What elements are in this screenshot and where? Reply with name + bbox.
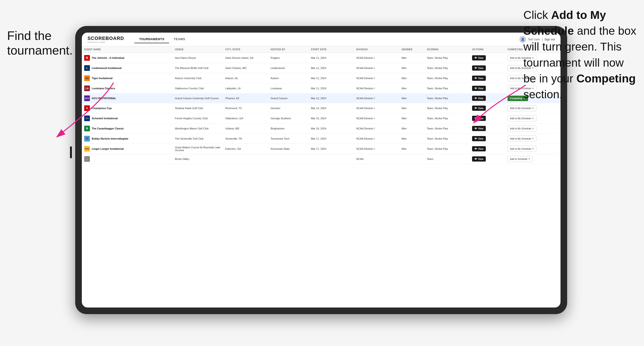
table-row: H Champions Cup Shadow Hawk Golf ClubRic… <box>82 103 560 113</box>
gender-cell: Men <box>399 113 424 124</box>
start-date-cell <box>309 154 354 164</box>
table-row: GCU GCU INVITATIONAL Grand Canyon Univer… <box>82 94 560 103</box>
scoring-cell: Team, Stroke Play <box>424 73 470 83</box>
event-name-text: Louisiana Classics <box>92 87 115 90</box>
annotation-right: Click Add to My Schedule and the box wil… <box>524 7 637 102</box>
table-row: AU Tiger Invitational Auburn University … <box>82 73 560 83</box>
nav-tab-teams[interactable]: TEAMS <box>169 35 190 43</box>
actions-cell: 👁View <box>470 124 505 134</box>
venue-cell: Shadow Hawk Golf Club <box>173 103 223 113</box>
add-schedule-label: Add to My Schedule <box>510 117 532 120</box>
view-button[interactable]: 👁View <box>472 96 486 101</box>
add-schedule-label: Add to My Schedule <box>510 148 532 150</box>
event-name-cell: KSU Linger Longer Invitational <box>84 146 170 152</box>
plus-icon: + <box>532 107 534 110</box>
table-row: B The Carpetbagger Classic Worthington M… <box>82 124 560 134</box>
school-logo: KSU <box>84 146 90 152</box>
plus-icon: + <box>532 117 534 120</box>
city-cell: Sevierville, TN <box>223 134 268 144</box>
division-cell: NCAA Division I <box>354 73 399 83</box>
view-button[interactable]: 👁View <box>472 136 486 141</box>
main-nav: TOURNAMENTS TEAMS <box>134 35 190 43</box>
col-scoring: SCORING <box>424 46 470 53</box>
add-schedule-label: Add to Schedule <box>510 158 528 160</box>
event-name-text: Bobby Nichols Intercollegiate <box>92 137 128 140</box>
hosted-by-cell: Grand Canyon <box>268 94 308 103</box>
competing-cell: Add to My Schedule+ <box>505 144 560 154</box>
eye-icon: 👁 <box>474 107 477 110</box>
hosted-by-cell: Louisiana <box>268 83 308 94</box>
add-schedule-label: Add to My Schedule <box>510 138 532 140</box>
actions-cell: 👁View <box>470 134 505 144</box>
view-button[interactable]: 👁View <box>472 116 486 121</box>
add-to-schedule-button[interactable]: Add to My Schedule+ <box>508 115 537 121</box>
hosted-by-cell: Auburn <box>268 73 308 83</box>
table-container: EVENT NAME VENUE CITY, STATE HOSTED BY S… <box>82 46 560 308</box>
venue-cell: Auburn University Club <box>173 73 223 83</box>
col-event-name: EVENT NAME <box>82 46 173 53</box>
gender-cell: Men <box>399 94 424 103</box>
hosted-by-cell: Rutgers <box>268 53 308 63</box>
tablet-screen: SCOREBOARD Powered by clippd TOURNAMENTS… <box>82 33 560 308</box>
gender-cell: Men <box>399 83 424 94</box>
event-name-cell: LA Louisiana Classics <box>84 85 170 91</box>
gender-cell: Men <box>399 73 424 83</box>
eye-icon: 👁 <box>474 56 477 59</box>
view-button[interactable]: 👁View <box>472 106 486 111</box>
table-row: LA Louisiana Classics Oakbourne Country … <box>82 83 560 94</box>
view-button[interactable]: 👁View <box>472 86 486 91</box>
division-cell: NCAA Division I <box>354 94 399 103</box>
event-name-cell: L Lindenwood Invitational <box>84 65 170 71</box>
venue-cell: The Missouri Bluffs Golf Club <box>173 63 223 73</box>
scoring-cell: Team, Stroke Play <box>424 144 470 154</box>
event-name-cell: GCU GCU INVITATIONAL <box>84 95 170 101</box>
eye-icon: 👁 <box>474 117 477 120</box>
school-logo: R <box>84 55 90 61</box>
add-to-schedule-button[interactable]: Add to My Schedule+ <box>508 125 537 132</box>
division-cell: NCAA Division I <box>354 63 399 73</box>
view-button[interactable]: 👁View <box>472 156 486 162</box>
add-to-schedule-button[interactable]: Add to My Schedule+ <box>508 136 537 142</box>
nav-tab-tournaments[interactable]: TOURNAMENTS <box>134 35 169 43</box>
city-cell: Urbana, MD <box>223 124 268 134</box>
plus-icon: + <box>532 137 534 140</box>
col-actions: ACTIONS <box>470 46 505 53</box>
school-logo: ... <box>84 156 90 162</box>
start-date-cell: Mar 11, 2024 <box>309 63 354 73</box>
add-to-schedule-button[interactable]: Add to Schedule+ <box>508 156 532 162</box>
plus-icon: + <box>532 127 534 130</box>
col-venue: VENUE <box>173 46 223 53</box>
add-schedule-label: Add to My Schedule <box>510 107 532 110</box>
event-name-text: The Carpetbagger Classic <box>92 127 124 130</box>
start-date-cell: Mar 17, 2024 <box>309 134 354 144</box>
scoring-cell: Team, Stroke Play <box>424 83 470 94</box>
view-button[interactable]: 👁View <box>472 146 486 151</box>
eye-icon: 👁 <box>474 77 477 80</box>
eye-icon: 👁 <box>474 137 477 140</box>
scoring-cell: Team, <box>424 154 470 164</box>
view-button[interactable]: 👁View <box>472 55 486 60</box>
event-name-cell: GS Schenkel Invitational <box>84 116 170 121</box>
tablet-side-button <box>70 147 72 158</box>
venue-cell: Forest Heights Country Club <box>173 113 223 124</box>
event-name-text: Champions Cup <box>92 107 112 110</box>
school-logo: H <box>84 105 90 111</box>
division-cell: NCAA Division I <box>354 103 399 113</box>
add-to-schedule-button[interactable]: Add to My Schedule+ <box>508 146 537 152</box>
col-gender: GENDER <box>399 46 424 53</box>
tablet-device: SCOREBOARD Powered by clippd TOURNAMENTS… <box>75 26 567 314</box>
table-row: L Lindenwood Invitational The Missouri B… <box>82 63 560 73</box>
venue-cell: Worthington Manor Golf Club <box>173 124 223 134</box>
add-to-schedule-button[interactable]: Add to My Schedule+ <box>508 105 537 111</box>
eye-icon: 👁 <box>474 158 477 160</box>
division-cell: NCAA Division I <box>354 124 399 134</box>
division-cell: NCAA Division I <box>354 144 399 154</box>
view-button[interactable]: 👁View <box>472 76 486 81</box>
view-button[interactable]: 👁View <box>472 65 486 71</box>
city-cell: Auburn, AL <box>223 73 268 83</box>
plus-icon: + <box>528 157 530 161</box>
hosted-by-cell: Lindenwood <box>268 63 308 73</box>
school-logo: TT <box>84 136 90 142</box>
city-cell: Saint Simons Island, GA <box>223 53 268 63</box>
view-button[interactable]: 👁View <box>472 126 486 131</box>
